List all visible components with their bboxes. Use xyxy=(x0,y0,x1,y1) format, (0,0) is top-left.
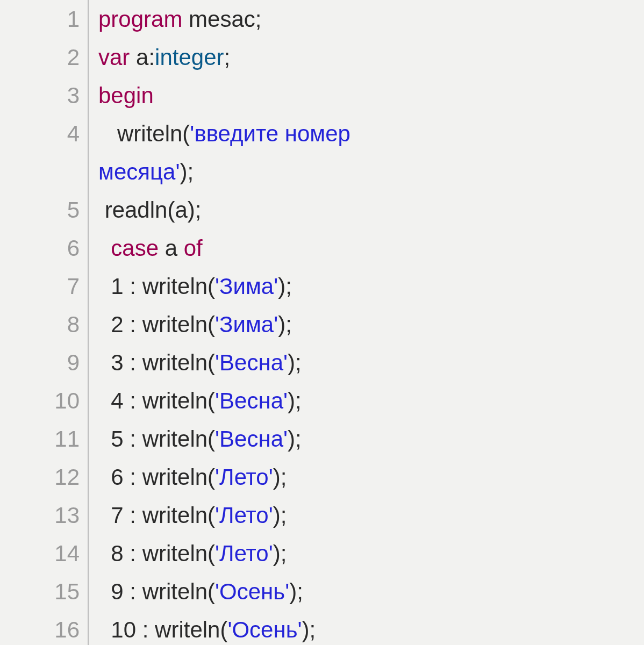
token-str: 'Весна' xyxy=(215,350,288,375)
code-line[interactable]: readln(a); xyxy=(98,191,644,229)
line-number: 14 xyxy=(0,534,80,572)
token-punct: ); xyxy=(273,503,287,528)
token-punct: ); xyxy=(278,312,292,337)
line-number xyxy=(0,153,80,191)
token-punct: ); xyxy=(288,350,302,375)
code-line[interactable]: 4 : writeln('Весна'); xyxy=(98,382,644,420)
token-str: 'Зима' xyxy=(215,312,278,337)
token-str: 'Весна' xyxy=(215,388,288,413)
token-str: 'Осень' xyxy=(215,579,289,604)
line-number: 2 xyxy=(0,38,80,76)
token-kw: case xyxy=(111,235,159,261)
token-str: 'Лето' xyxy=(215,541,273,566)
token-ident: 5 : writeln( xyxy=(98,426,215,452)
token-str: месяца' xyxy=(98,159,180,184)
line-number: 15 xyxy=(0,572,80,611)
code-line[interactable]: 6 : writeln('Лето'); xyxy=(98,458,644,496)
line-number: 7 xyxy=(0,267,80,305)
token-str: 'введите номер xyxy=(190,121,356,146)
line-number: 13 xyxy=(0,496,80,534)
code-line[interactable]: 1 : writeln('Зима'); xyxy=(98,267,644,305)
line-number: 3 xyxy=(0,76,80,114)
token-str: 'Весна' xyxy=(215,426,288,452)
line-number: 6 xyxy=(0,229,80,267)
token-punct: ; xyxy=(224,45,230,70)
line-number: 9 xyxy=(0,343,80,382)
token-punct: ); xyxy=(302,617,316,642)
code-line[interactable]: 10 : writeln('Осень'); xyxy=(98,611,644,645)
token-kw: of xyxy=(184,235,203,261)
token-punct: ); xyxy=(273,464,287,490)
code-line[interactable]: 9 : writeln('Осень'); xyxy=(98,572,644,611)
line-number: 12 xyxy=(0,458,80,496)
token-ident: a xyxy=(159,235,184,261)
token-ident: 9 : writeln( xyxy=(98,579,215,604)
code-line[interactable]: 8 : writeln('Лето'); xyxy=(98,534,644,572)
code-line[interactable]: begin xyxy=(98,76,644,114)
token-ident xyxy=(98,235,111,261)
token-kw: var xyxy=(98,45,130,70)
code-line[interactable]: 7 : writeln('Лето'); xyxy=(98,496,644,534)
code-line[interactable]: writeln('введите номер xyxy=(98,114,644,153)
code-line[interactable]: 2 : writeln('Зима'); xyxy=(98,305,644,343)
line-number: 4 xyxy=(0,114,80,153)
token-ident: 1 : writeln( xyxy=(98,274,215,299)
code-line[interactable]: месяца'); xyxy=(98,153,644,191)
token-ident: 2 : writeln( xyxy=(98,312,215,337)
code-line[interactable]: var a:integer; xyxy=(98,38,644,76)
token-ident: a: xyxy=(130,45,155,70)
token-kw: program xyxy=(98,6,182,32)
line-number: 8 xyxy=(0,305,80,343)
line-number-gutter: 12345678910111213141516 xyxy=(0,0,89,645)
code-content[interactable]: program mesac;var a:integer;begin writel… xyxy=(89,0,644,645)
token-str: 'Осень' xyxy=(227,617,302,642)
token-ident: mesac xyxy=(182,6,255,32)
token-str: 'Зима' xyxy=(215,274,278,299)
token-ident: 3 : writeln( xyxy=(98,350,215,375)
code-editor[interactable]: 12345678910111213141516 program mesac;va… xyxy=(0,0,644,645)
token-str: 'Лето' xyxy=(215,464,273,490)
line-number: 16 xyxy=(0,611,80,645)
line-number: 10 xyxy=(0,382,80,420)
code-line[interactable]: 5 : writeln('Весна'); xyxy=(98,420,644,458)
token-ident: 4 : writeln( xyxy=(98,388,215,413)
line-number: 11 xyxy=(0,420,80,458)
token-ident: 7 : writeln( xyxy=(98,503,215,528)
token-kw: begin xyxy=(98,83,154,108)
token-punct: ); xyxy=(180,159,194,184)
code-line[interactable]: case a of xyxy=(98,229,644,267)
token-punct: ); xyxy=(273,541,287,566)
token-punct: ); xyxy=(278,274,292,299)
token-punct: ); xyxy=(289,579,303,604)
token-punct: ; xyxy=(255,6,262,32)
token-ident: 8 : writeln( xyxy=(98,541,215,566)
token-ident: writeln( xyxy=(98,121,190,146)
token-punct: ); xyxy=(288,426,302,452)
token-str: 'Лето' xyxy=(215,503,273,528)
code-line[interactable]: 3 : writeln('Весна'); xyxy=(98,343,644,382)
token-ident: readln(a); xyxy=(98,197,201,223)
line-number: 5 xyxy=(0,191,80,229)
token-ident: 6 : writeln( xyxy=(98,464,215,490)
code-line[interactable]: program mesac; xyxy=(98,0,644,38)
line-number: 1 xyxy=(0,0,80,38)
token-punct: ); xyxy=(288,388,302,413)
token-type: integer xyxy=(155,45,224,70)
token-ident: 10 : writeln( xyxy=(98,617,227,642)
